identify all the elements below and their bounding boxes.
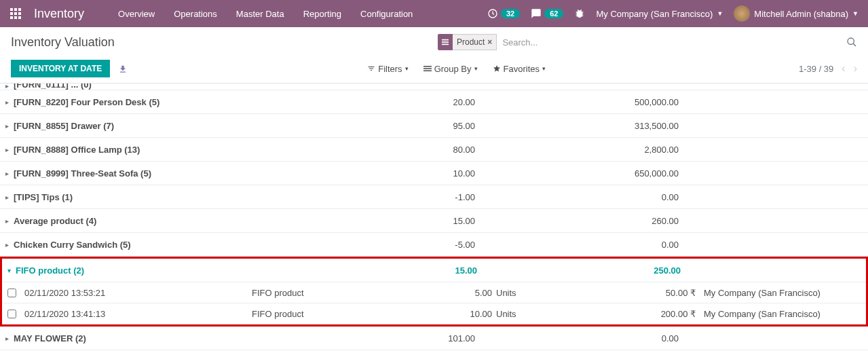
svg-rect-7 <box>14 16 17 19</box>
svg-rect-11 <box>442 41 449 43</box>
cell-product: FIFO product <box>252 288 374 298</box>
apps-icon[interactable] <box>10 7 22 20</box>
filters-button[interactable]: Filters ▾ <box>362 61 413 77</box>
group-row[interactable]: ▸ Average product (4) 15.00 260.00 <box>0 209 868 233</box>
group-qty: -5.00 <box>258 240 482 250</box>
facet-remove[interactable]: × <box>487 37 492 47</box>
group-label: [FURN_8999] Three-Seat Sofa (5) <box>14 168 258 179</box>
row-checkbox[interactable] <box>7 310 16 318</box>
group-row[interactable]: ▸ [TIPS] Tips (1) -1.00 0.00 <box>0 185 868 209</box>
group-label: [FURN_8888] Office Lamp (13) <box>14 145 258 155</box>
debug-icon[interactable] <box>574 8 585 20</box>
caret-right-icon: ▸ <box>5 83 11 90</box>
group-qty: 20.00 <box>258 97 482 107</box>
cell-unit: Units <box>496 309 550 319</box>
search-input[interactable] <box>497 35 846 50</box>
cell-value: 50.00 ₹ <box>550 288 700 298</box>
svg-rect-10 <box>442 39 449 41</box>
svg-line-14 <box>853 43 856 46</box>
list-view: ▸ [FURN_0111] ... (0) ▸ [FURN_8220] Four… <box>0 83 868 350</box>
group-val: 0.00 <box>482 192 685 202</box>
group-val: 500,000.00 <box>482 97 685 107</box>
cell-qty: 10.00 <box>374 309 496 319</box>
activity-badge: 32 <box>501 9 520 18</box>
group-label: [FURN_0111] ... (0) <box>14 83 258 90</box>
group-val: 650,000.00 <box>482 168 685 179</box>
download-icon[interactable] <box>118 63 128 74</box>
group-row-expanded[interactable]: ▾ FIFO product (2) 15.00 250.00 <box>2 259 866 282</box>
chevron-down-icon: ▾ <box>405 65 409 72</box>
nav-operations[interactable]: Operations <box>174 9 217 19</box>
pager-prev[interactable]: ‹ <box>842 62 845 75</box>
user-menu[interactable]: Mitchell Admin (shabna) ▼ <box>734 5 858 22</box>
page-title: Inventory Valuation <box>11 35 115 50</box>
chevron-down-icon: ▾ <box>542 65 546 72</box>
caret-right-icon: ▸ <box>5 98 11 106</box>
group-qty: 95.00 <box>258 121 482 131</box>
nav-configuration[interactable]: Configuration <box>360 9 413 19</box>
messaging-indicator[interactable]: 62 <box>531 8 563 19</box>
caret-right-icon: ▸ <box>5 170 11 177</box>
group-row[interactable]: ▸ [FURN_8855] Drawer (7) 95.00 313,500.0… <box>0 114 868 138</box>
row-checkbox[interactable] <box>7 289 16 297</box>
navbar: Inventory Overview Operations Master Dat… <box>0 0 868 27</box>
group-val: 2,800.00 <box>482 145 685 155</box>
control-panel: Inventory Valuation Product × Inventory … <box>0 27 868 83</box>
svg-rect-5 <box>18 12 21 15</box>
cell-product: FIFO product <box>252 309 374 319</box>
avatar <box>734 5 750 22</box>
groupby-button[interactable]: Group By ▾ <box>418 61 483 77</box>
search-icon[interactable] <box>846 37 857 48</box>
caret-right-icon: ▸ <box>5 241 11 248</box>
pager-next[interactable]: › <box>854 62 857 75</box>
caret-right-icon: ▸ <box>5 193 11 201</box>
activity-indicator[interactable]: 32 <box>487 8 520 19</box>
svg-rect-4 <box>14 12 17 15</box>
caret-down-icon: ▾ <box>7 267 13 274</box>
company-selector[interactable]: My Company (San Francisco) ▼ <box>596 9 723 19</box>
group-label: [TIPS] Tips (1) <box>14 192 258 202</box>
cell-value: 200.00 ₹ <box>550 309 700 319</box>
svg-rect-8 <box>18 16 21 19</box>
inventory-at-date-button[interactable]: Inventory At Date <box>11 60 110 77</box>
chevron-down-icon: ▾ <box>474 65 478 72</box>
caret-right-icon: ▸ <box>5 122 11 130</box>
cell-date: 02/11/2020 13:53:21 <box>24 288 252 298</box>
search-view: Product × <box>438 34 857 50</box>
favorites-button[interactable]: Favorites ▾ <box>487 61 551 77</box>
svg-rect-15 <box>423 66 432 67</box>
chevron-down-icon: ▼ <box>852 10 858 17</box>
group-label: Average product (4) <box>14 216 258 226</box>
group-label: [FURN_8220] Four Person Desk (5) <box>14 97 258 107</box>
group-qty: 101.00 <box>258 333 482 343</box>
cell-date: 02/11/2020 13:41:13 <box>24 309 252 319</box>
nav-reporting[interactable]: Reporting <box>303 9 341 19</box>
nav-overview[interactable]: Overview <box>118 9 155 19</box>
svg-point-13 <box>848 38 854 44</box>
svg-rect-17 <box>423 71 432 72</box>
caret-right-icon: ▸ <box>5 335 11 342</box>
group-row[interactable]: ▸ [FURN_8999] Three-Seat Sofa (5) 10.00 … <box>0 162 868 185</box>
nav-masterdata[interactable]: Master Data <box>236 9 284 19</box>
group-label: FIFO product (2) <box>16 265 260 276</box>
group-val: 250.00 <box>484 265 687 276</box>
svg-rect-3 <box>10 12 13 15</box>
group-row[interactable]: ▸ [FURN_8888] Office Lamp (13) 80.00 2,8… <box>0 138 868 162</box>
facet-product: Product × <box>453 34 497 50</box>
group-row[interactable]: ▸ [FURN_0111] ... (0) <box>0 83 868 90</box>
facet-groupby-icon <box>438 34 453 50</box>
cell-company: My Company (San Francisco) <box>700 288 866 298</box>
group-val: 313,500.00 <box>482 121 685 131</box>
cell-unit: Units <box>496 288 550 298</box>
group-row[interactable]: ▸ MAY FLOWER (2) 101.00 0.00 <box>0 327 868 350</box>
pager-text[interactable]: 1-39 / 39 <box>799 64 833 74</box>
group-val: 0.00 <box>482 240 685 250</box>
group-qty: 15.00 <box>260 265 484 276</box>
group-row[interactable]: ▸ Chicken Curry Sandwich (5) -5.00 0.00 <box>0 233 868 257</box>
group-val: 0.00 <box>482 333 685 343</box>
svg-rect-1 <box>14 8 17 11</box>
table-row[interactable]: 02/11/2020 13:53:21 FIFO product 5.00 Un… <box>2 282 866 303</box>
table-row[interactable]: 02/11/2020 13:41:13 FIFO product 10.00 U… <box>2 303 866 324</box>
app-name[interactable]: Inventory <box>34 7 84 21</box>
group-row[interactable]: ▸ [FURN_8220] Four Person Desk (5) 20.00… <box>0 90 868 114</box>
